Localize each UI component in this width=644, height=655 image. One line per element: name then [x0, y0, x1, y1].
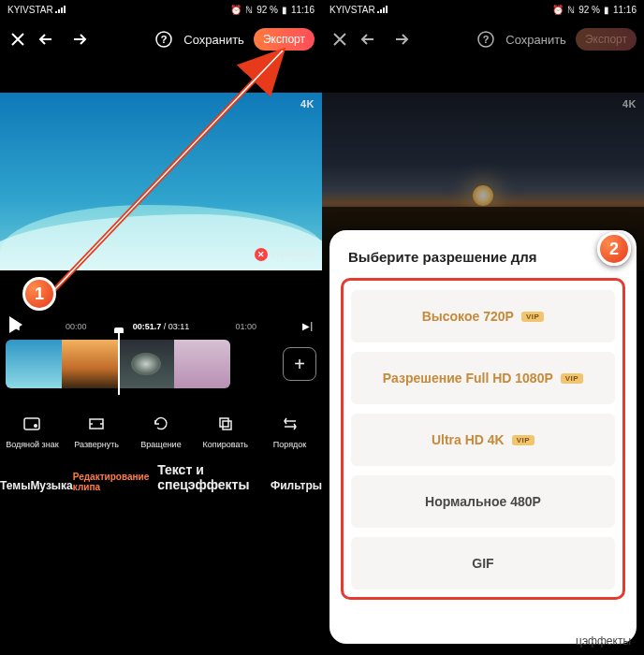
- vip-badge: VIP: [521, 312, 544, 322]
- tab-themes[interactable]: Темы: [0, 479, 30, 492]
- option-4k[interactable]: Ultra HD 4KVIP: [351, 414, 615, 466]
- time-current: 00:51.7: [133, 322, 162, 331]
- time-end: 01:00: [236, 322, 257, 331]
- svg-text:?: ?: [483, 34, 490, 45]
- save-button[interactable]: Сохранить: [183, 33, 244, 47]
- resolution-options: Высокое 720PVIP Разрешение Full HD 1080P…: [341, 278, 625, 600]
- remove-watermark-icon[interactable]: ✕: [255, 248, 268, 261]
- svg-rect-6: [223, 421, 231, 429]
- undo-icon[interactable]: [359, 29, 380, 50]
- tab-editing[interactable]: Редактирование клипа: [73, 472, 157, 492]
- time-total: 03:11: [168, 322, 190, 331]
- vip-badge: VIP: [512, 435, 534, 445]
- quality-badge: 4K: [300, 98, 315, 109]
- nfc-icon: ℕ: [245, 5, 253, 15]
- clip-thumb[interactable]: [62, 340, 118, 388]
- redo-icon[interactable]: [389, 29, 410, 50]
- copy-icon: [215, 414, 236, 434]
- svg-rect-2: [24, 418, 39, 429]
- editor-toolbar: ? Сохранить Экспорт: [322, 19, 644, 60]
- signal-icon: [377, 6, 388, 13]
- vip-badge: VIP: [561, 373, 583, 384]
- sheet-title: Выберите разрешение для: [341, 243, 625, 278]
- clip-thumb[interactable]: [118, 340, 174, 388]
- alarm-icon: ⏰: [552, 5, 564, 15]
- help-icon[interactable]: ?: [476, 29, 496, 50]
- status-bar: KYIVSTAR ⏰ ℕ 92 % ▮ 11:16: [0, 0, 322, 19]
- redo-icon[interactable]: [67, 29, 88, 50]
- clip-thumb[interactable]: [6, 340, 62, 388]
- add-clip-button[interactable]: +: [283, 347, 316, 381]
- clock: 11:16: [613, 5, 637, 15]
- tab-filters[interactable]: Фильтры: [271, 479, 322, 492]
- screenshot-left: KYIVSTAR ⏰ ℕ 92 % ▮ 11:16 ? Сохранить Эк…: [0, 0, 322, 655]
- battery-percent: 92 %: [256, 5, 278, 15]
- tool-watermark[interactable]: Водяной знак: [2, 414, 62, 449]
- time-row: |◀ 00:00 00:51.7 / 03:11 01:00 ▶|: [0, 315, 322, 337]
- tab-text-fx[interactable]: Текст и спецэффекты: [157, 462, 271, 492]
- export-button[interactable]: Экспорт: [576, 28, 637, 51]
- screenshot-right: KYIVSTAR ⏰ ℕ 92 % ▮ 11:16 ? Сохранить Эк…: [322, 0, 644, 655]
- carrier-label: KYIVSTAR: [7, 5, 53, 15]
- tool-row: Водяной знак Развернуть Вращение Копиров…: [0, 391, 322, 455]
- resolution-sheet: Выберите разрешение для Высокое 720PVIP …: [329, 230, 637, 644]
- time-start: 00:00: [66, 322, 87, 331]
- alarm-icon: ⏰: [230, 5, 242, 15]
- battery-percent: 92 %: [578, 5, 600, 15]
- option-720p[interactable]: Высокое 720PVIP: [351, 290, 615, 342]
- save-button[interactable]: Сохранить: [505, 33, 566, 47]
- playhead[interactable]: [118, 333, 120, 395]
- watermark-icon: [22, 414, 42, 434]
- battery-icon: ▮: [604, 5, 609, 15]
- svg-text:?: ?: [161, 34, 168, 45]
- tool-order[interactable]: Порядок: [260, 414, 320, 449]
- annotation-marker-2: 2: [597, 232, 631, 266]
- status-bar: KYIVSTAR ⏰ ℕ 92 % ▮ 11:16: [322, 0, 644, 19]
- tool-expand[interactable]: Развернуть: [66, 414, 126, 449]
- play-icon[interactable]: [9, 316, 22, 333]
- video-preview[interactable]: 4K ✕ VIVAVIDEO: [0, 93, 322, 270]
- annotation-marker-1: 1: [22, 277, 56, 311]
- svg-rect-5: [220, 418, 228, 427]
- timeline[interactable]: +: [0, 337, 322, 391]
- svg-point-3: [34, 424, 37, 428]
- expand-icon: [86, 414, 107, 434]
- signal-icon: [55, 6, 66, 13]
- skip-end-icon[interactable]: ▶|: [302, 321, 313, 331]
- bottom-tabs-dim: цэффекты: [322, 627, 644, 655]
- undo-icon[interactable]: [37, 29, 58, 50]
- rotate-icon: [151, 414, 171, 434]
- nfc-icon: ℕ: [567, 5, 575, 15]
- carrier-label: KYIVSTAR: [329, 5, 375, 15]
- bottom-tabs: Темы Музыка Редактирование клипа Текст и…: [0, 455, 322, 500]
- export-button[interactable]: Экспорт: [254, 28, 315, 51]
- option-gif[interactable]: GIF: [351, 537, 615, 590]
- battery-icon: ▮: [282, 5, 287, 15]
- close-icon[interactable]: [7, 29, 28, 50]
- tool-rotate[interactable]: Вращение: [131, 414, 191, 449]
- tab-fx-dim: цэффекты: [576, 634, 631, 648]
- option-1080p[interactable]: Разрешение Full HD 1080PVIP: [351, 352, 615, 404]
- watermark[interactable]: ✕ VIVAVIDEO: [255, 248, 315, 261]
- option-480p[interactable]: Нормальное 480P: [351, 475, 615, 528]
- clip-thumb[interactable]: [174, 340, 230, 388]
- order-icon: [280, 414, 300, 434]
- help-icon[interactable]: ?: [154, 29, 174, 50]
- tool-copy[interactable]: Копировать: [196, 414, 256, 449]
- editor-toolbar: ? Сохранить Экспорт: [0, 19, 322, 60]
- tab-music[interactable]: Музыка: [30, 479, 72, 492]
- close-icon[interactable]: [329, 29, 350, 50]
- watermark-text: VIVAVIDEO: [271, 251, 315, 259]
- clock: 11:16: [291, 5, 315, 15]
